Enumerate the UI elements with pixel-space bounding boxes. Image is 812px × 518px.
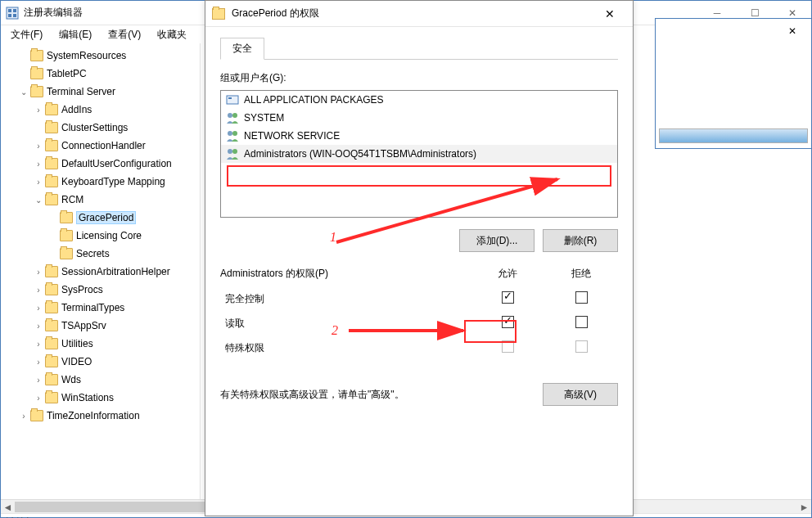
tree-item[interactable]: Licensing Core — [1, 227, 200, 245]
scroll-left-arrow[interactable]: ◄ — [1, 500, 15, 514]
expand-icon[interactable]: › — [34, 268, 43, 277]
expand-icon[interactable]: › — [34, 304, 43, 313]
tree-item-label: DefaultUserConfiguration — [61, 158, 172, 169]
tree-item[interactable]: ClusterSettings — [1, 119, 200, 137]
expand-icon[interactable]: › — [34, 358, 43, 367]
dialog-title: GracePeriod 的权限 — [232, 7, 319, 20]
tree-item[interactable]: ⌄RCM — [1, 191, 200, 209]
tree-item-label: KeyboardType Mapping — [61, 176, 165, 187]
group-item[interactable]: Administrators (WIN-OOQ54T1TSBM\Administ… — [221, 145, 617, 163]
group-name: SYSTEM — [244, 112, 284, 124]
folder-icon — [45, 374, 58, 385]
deny-checkbox — [575, 340, 588, 353]
tree-item[interactable]: ›TSAppSrv — [1, 317, 200, 335]
folder-icon — [45, 158, 58, 169]
expand-icon[interactable]: › — [34, 142, 43, 151]
folder-icon — [45, 284, 58, 295]
tree-item[interactable]: ›Wds — [1, 371, 200, 389]
tree-item-label: TSAppSrv — [61, 320, 106, 331]
svg-point-8 — [232, 113, 237, 118]
scroll-right-arrow[interactable]: ► — [797, 500, 811, 514]
tree-item[interactable]: ›TimeZoneInformation — [1, 407, 200, 425]
group-name: ALL APPLICATION PACKAGES — [244, 94, 384, 106]
tree-item-label: ConnectionHandler — [61, 140, 146, 151]
expand-icon[interactable]: › — [34, 376, 43, 385]
expand-icon[interactable]: › — [34, 394, 43, 403]
tree-item-label: GracePeriod — [76, 211, 136, 224]
tree-item[interactable]: TabletPC — [1, 65, 200, 83]
folder-icon — [30, 86, 43, 97]
dialog-close-button[interactable]: ✕ — [593, 2, 626, 25]
column-allow: 允许 — [471, 267, 544, 281]
remove-button[interactable]: 删除(R) — [543, 229, 618, 252]
expand-icon[interactable]: › — [34, 106, 43, 115]
permission-row: 特殊权限 — [220, 336, 618, 360]
group-item[interactable]: SYSTEM — [221, 109, 617, 127]
expand-icon[interactable]: ⌄ — [19, 88, 29, 97]
group-item[interactable]: NETWORK SERVICE — [221, 127, 617, 145]
tree-item[interactable]: ›AddIns — [1, 101, 200, 119]
permission-name: 读取 — [220, 317, 471, 331]
tree-item[interactable]: Secrets — [1, 245, 200, 263]
add-button[interactable]: 添加(D)... — [459, 229, 535, 252]
folder-icon — [60, 212, 73, 223]
folder-icon — [30, 68, 43, 79]
deny-checkbox[interactable] — [575, 316, 588, 328]
expand-icon[interactable]: › — [34, 160, 43, 169]
tree-item[interactable]: GracePeriod — [1, 209, 200, 227]
expand-icon[interactable]: › — [19, 412, 29, 421]
bgwin-close-button[interactable]: ✕ — [774, 19, 811, 43]
allow-checkbox[interactable] — [502, 291, 514, 304]
tree-item[interactable]: ›Utilities — [1, 335, 200, 353]
tree-item[interactable]: SystemResources — [1, 47, 200, 65]
svg-point-10 — [232, 131, 237, 136]
menu-edit[interactable]: 编辑(E) — [52, 26, 98, 43]
tree-item-label: VIDEO — [61, 356, 92, 367]
advanced-button[interactable]: 高级(V) — [543, 383, 618, 406]
tree-item[interactable]: ›VIDEO — [1, 353, 200, 371]
tree-item[interactable]: ›DefaultUserConfiguration — [1, 155, 200, 173]
allow-checkbox[interactable] — [502, 316, 514, 328]
expand-icon[interactable]: ⌄ — [34, 196, 43, 205]
tree-item[interactable]: ›SysProcs — [1, 281, 200, 299]
tree-item-label: Terminal Server — [47, 86, 115, 97]
tree-item-label: RCM — [61, 194, 83, 205]
tree-item[interactable]: ⌄Terminal Server — [1, 83, 200, 101]
permission-name: 特殊权限 — [220, 341, 471, 355]
expand-icon[interactable]: › — [34, 322, 43, 331]
svg-point-9 — [228, 131, 232, 136]
tree-item[interactable]: ›ConnectionHandler — [1, 137, 200, 155]
tab-security[interactable]: 安全 — [220, 38, 264, 60]
tree-item[interactable]: ›KeyboardType Mapping — [1, 173, 200, 191]
tree-item[interactable]: ›SessionArbitrationHelper — [1, 263, 200, 281]
folder-icon — [45, 338, 58, 349]
deny-checkbox[interactable] — [575, 291, 588, 304]
groups-listbox[interactable]: ALL APPLICATION PACKAGESSYSTEMNETWORK SE… — [220, 90, 618, 218]
svg-point-11 — [228, 149, 232, 154]
svg-rect-3 — [8, 14, 11, 17]
svg-rect-6 — [228, 97, 232, 99]
tree-item[interactable]: ›TerminalTypes — [1, 299, 200, 317]
menu-file[interactable]: 文件(F) — [4, 26, 49, 43]
tree-item-label: TimeZoneInformation — [47, 410, 140, 421]
menu-favorites[interactable]: 收藏夹 — [151, 26, 193, 43]
permission-name: 完全控制 — [220, 292, 471, 306]
svg-rect-1 — [8, 9, 11, 12]
regedit-icon — [6, 7, 19, 20]
expand-icon[interactable]: › — [34, 178, 43, 187]
allow-checkbox — [502, 340, 514, 353]
dialog-titlebar: GracePeriod 的权限 ✕ — [205, 1, 633, 27]
tree-item-label: ClusterSettings — [61, 122, 128, 133]
svg-rect-2 — [13, 9, 16, 12]
menu-view[interactable]: 查看(V) — [102, 26, 147, 43]
svg-rect-5 — [227, 96, 238, 104]
folder-icon — [45, 194, 58, 205]
tree-item[interactable]: ›WinStations — [1, 389, 200, 407]
groups-label: 组或用户名(G): — [220, 71, 618, 85]
registry-tree[interactable]: SystemResourcesTabletPC⌄Terminal Server›… — [1, 43, 201, 499]
folder-icon — [45, 176, 58, 187]
expand-icon[interactable]: › — [34, 340, 43, 349]
group-item[interactable]: ALL APPLICATION PACKAGES — [221, 91, 617, 109]
folder-icon — [45, 266, 58, 277]
expand-icon[interactable]: › — [34, 286, 43, 295]
